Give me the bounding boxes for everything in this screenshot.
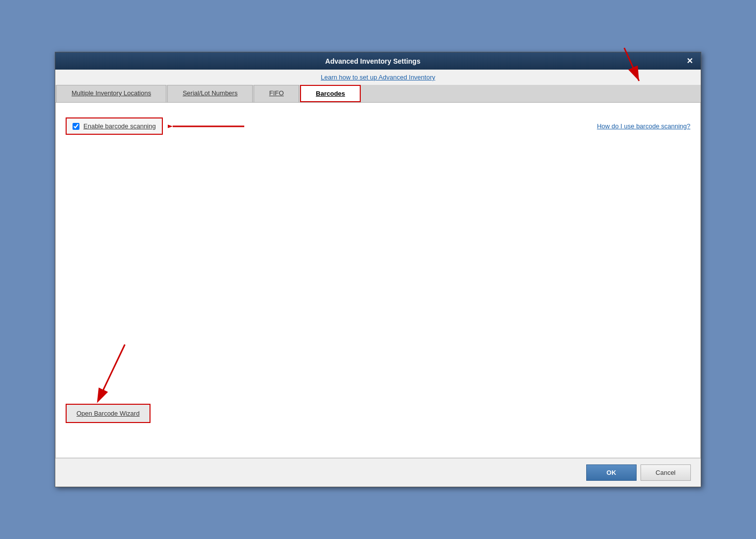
tabs: Multiple Inventory Locations Serial/Lot … — [55, 85, 701, 103]
help-link[interactable]: Learn how to set up Advanced Inventory — [55, 70, 701, 85]
dialog: Advanced Inventory Settings ✕ Learn how … — [55, 52, 701, 487]
tab-fifo[interactable]: FIFO — [254, 85, 299, 102]
enable-barcode-label: Enable barcode scanning — [83, 122, 156, 130]
tab-barcodes[interactable]: Barcodes — [300, 85, 361, 102]
open-barcode-wizard-button[interactable]: Open Barcode Wizard — [66, 404, 151, 423]
enable-barcode-left: Enable barcode scanning — [66, 117, 247, 135]
arrow-to-wizard-icon — [80, 340, 145, 404]
ok-button[interactable]: OK — [586, 464, 637, 481]
arrow-to-checkbox-icon — [168, 119, 247, 134]
enable-barcode-section: Enable barcode scanning How do I use bar… — [66, 113, 690, 140]
help-inline-link[interactable]: How do I use barcode scanning? — [597, 122, 690, 130]
close-button[interactable]: ✕ — [684, 56, 695, 66]
wizard-section: Open Barcode Wizard — [66, 340, 151, 423]
tab-multiple-inventory[interactable]: Multiple Inventory Locations — [56, 85, 166, 102]
titlebar: Advanced Inventory Settings ✕ — [55, 52, 701, 70]
enable-barcode-checkbox-wrapper[interactable]: Enable barcode scanning — [66, 117, 163, 135]
dialog-title: Advanced Inventory Settings — [61, 57, 684, 65]
enable-barcode-checkbox[interactable] — [73, 123, 79, 130]
content-area: Enable barcode scanning How do I use bar… — [55, 103, 701, 458]
tabs-container: Multiple Inventory Locations Serial/Lot … — [55, 85, 701, 103]
cancel-button[interactable]: Cancel — [641, 464, 691, 481]
svg-line-5 — [100, 345, 125, 396]
tab-serial-lot[interactable]: Serial/Lot Numbers — [167, 85, 253, 102]
footer: OK Cancel — [55, 458, 701, 487]
